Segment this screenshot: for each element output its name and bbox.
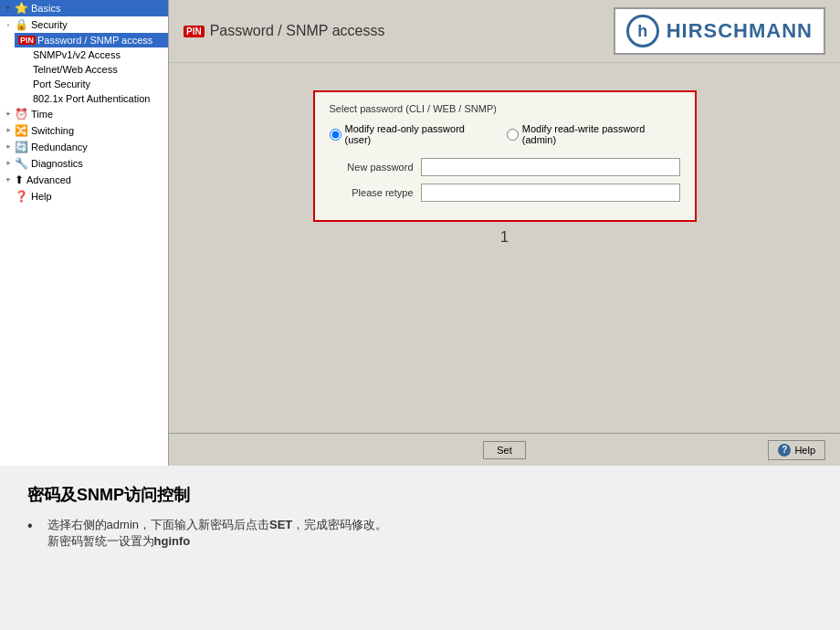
sidebar-group-advanced: + ⬆ Advanced [0, 172, 168, 188]
expand-icon-time: + [4, 110, 13, 119]
help-button-label: Help [794, 445, 815, 456]
sidebar-item-diagnostics[interactable]: + 🔧 Diagnostics [0, 155, 168, 172]
retype-input[interactable] [421, 184, 680, 202]
sidebar-label-telnet-web: Telnet/Web Access [33, 64, 118, 75]
sidebar-item-basics[interactable]: + ⭐ Basics [0, 0, 168, 16]
expand-icon-redundancy: + [4, 142, 13, 152]
sidebar-label-snmpv1v2: SNMPv1/v2 Access [33, 49, 121, 60]
radio-admin-input[interactable] [507, 129, 519, 141]
header-bar: PIN Password / SNMP accesss h HIRSCHMANN [169, 0, 840, 63]
sidebar-item-help[interactable]: ❓ Help [0, 188, 168, 205]
sidebar-group-redundancy: + 🔄 Redundancy [0, 139, 168, 155]
sidebar-label-basics: Basics [31, 3, 60, 14]
main-container: + ⭐ Basics - 🔒 Security PIN Password / S… [0, 0, 840, 630]
expand-icon-advanced: + [4, 175, 13, 184]
sidebar-label-security: Security [31, 19, 68, 30]
sidebar-label-advanced: Advanced [26, 174, 71, 185]
ui-area: + ⭐ Basics - 🔒 Security PIN Password / S… [0, 0, 840, 466]
expand-icon-basics: + [4, 4, 13, 13]
sidebar-item-telnet-web[interactable]: Telnet/Web Access [29, 62, 168, 77]
sidebar-group-time: + ⏰ Time [0, 106, 168, 122]
sidebar-label-switching: Switching [31, 125, 74, 136]
new-password-input[interactable] [421, 158, 680, 176]
sidebar-group-diagnostics: + 🔧 Diagnostics [0, 155, 168, 172]
password-form-box: Select password (CLI / WEB / SNMP) Modif… [313, 90, 697, 222]
hginfo-highlight: hginfo [154, 534, 191, 548]
sidebar-item-port-security[interactable]: Port Security [29, 77, 168, 91]
new-password-label: New password [330, 162, 421, 173]
sidebar-item-security[interactable]: - 🔒 Security [0, 16, 168, 33]
radio-options-row: Modify read-only password (user) Modify … [330, 123, 680, 145]
sidebar-item-password-snmp[interactable]: PIN Password / SNMP access [15, 33, 168, 47]
sidebar-group-help: ❓ Help [0, 188, 168, 205]
logo-brand: HIRSCHMANN [667, 19, 813, 43]
sidebar-item-time[interactable]: + ⏰ Time [0, 106, 168, 122]
sidebar-group-switching: + 🔀 Switching [0, 122, 168, 139]
toolbar-right: ? Help [526, 440, 825, 460]
sidebar-item-snmpv1v2[interactable]: SNMPv1/v2 Access [29, 47, 168, 62]
sidebar-label-password-snmp: Password / SNMP access [37, 35, 152, 46]
radio-user-label: Modify read-only password (user) [345, 123, 492, 145]
sidebar-group-security: - 🔒 Security PIN Password / SNMP access … [0, 16, 168, 106]
sidebar-label-help: Help [31, 191, 52, 202]
sidebar-group-basics: + ⭐ Basics [0, 0, 168, 16]
annotation-area: 密码及SNMP访问控制 选择右侧的admin，下面输入新密码后点击SET，完成密… [0, 466, 840, 630]
annotation-title: 密码及SNMP访问控制 [27, 484, 813, 506]
set-button[interactable]: Set [483, 441, 526, 459]
annotation-item-1: 选择右侧的admin，下面输入新密码后点击SET，完成密码修改。 新密码暂统一设… [27, 517, 813, 550]
bottom-toolbar: Set ? Help [169, 433, 840, 466]
main-content: PIN Password / SNMP accesss h HIRSCHMANN… [169, 0, 840, 466]
expand-icon-diagnostics: + [4, 159, 13, 168]
sidebar-item-switching[interactable]: + 🔀 Switching [0, 122, 168, 139]
sidebar-item-redundancy[interactable]: + 🔄 Redundancy [0, 139, 168, 155]
pin-badge: PIN [18, 36, 36, 45]
annotation-number: 1 [500, 229, 509, 246]
logo-circle: h [626, 15, 659, 47]
header-title-area: PIN Password / SNMP accesss [184, 23, 384, 39]
annotation-list: 选择右侧的admin，下面输入新密码后点击SET，完成密码修改。 新密码暂统一设… [27, 517, 813, 550]
set-highlight: SET [269, 518, 292, 531]
page-title: Password / SNMP accesss [210, 23, 385, 39]
toolbar-center: Set [483, 441, 526, 459]
sidebar-item-advanced[interactable]: + ⬆ Advanced [0, 172, 168, 188]
help-button[interactable]: ? Help [768, 440, 825, 460]
sidebar-label-port-security: Port Security [33, 79, 90, 89]
sidebar-label-redundancy: Redundancy [31, 142, 88, 152]
radio-user-input[interactable] [330, 129, 341, 141]
radio-admin-label: Modify read-write password (admin) [522, 123, 680, 145]
content-area: Select password (CLI / WEB / SNMP) Modif… [169, 63, 840, 433]
sidebar-label-time: Time [31, 109, 53, 120]
radio-admin-option[interactable]: Modify read-write password (admin) [507, 123, 680, 145]
expand-icon-security: - [4, 20, 13, 29]
radio-user-option[interactable]: Modify read-only password (user) [330, 123, 492, 145]
pin-label: PIN [184, 26, 205, 37]
retype-label: Please retype [330, 187, 421, 198]
form-box-title: Select password (CLI / WEB / SNMP) [330, 103, 680, 114]
sidebar-security-sub: SNMPv1/v2 Access Telnet/Web Access Port … [15, 47, 168, 106]
hirschmann-logo: h HIRSCHMANN [614, 7, 825, 55]
logo-letter: h [637, 22, 647, 41]
sidebar: + ⭐ Basics - 🔒 Security PIN Password / S… [0, 0, 169, 466]
sidebar-item-802-1x[interactable]: 802.1x Port Authentication [29, 91, 168, 106]
sidebar-label-diagnostics: Diagnostics [31, 158, 83, 169]
sidebar-security-children: PIN Password / SNMP access SNMPv1/v2 Acc… [0, 33, 168, 106]
annotation-text-1: 选择右侧的admin，下面输入新密码后点击SET，完成密码修改。 新密码暂统一设… [47, 517, 388, 550]
help-icon: ? [778, 444, 791, 457]
new-password-row: New password [330, 158, 680, 176]
retype-row: Please retype [330, 184, 680, 202]
expand-icon-switching: + [4, 126, 13, 135]
sidebar-label-802-1x: 802.1x Port Authentication [33, 93, 150, 104]
